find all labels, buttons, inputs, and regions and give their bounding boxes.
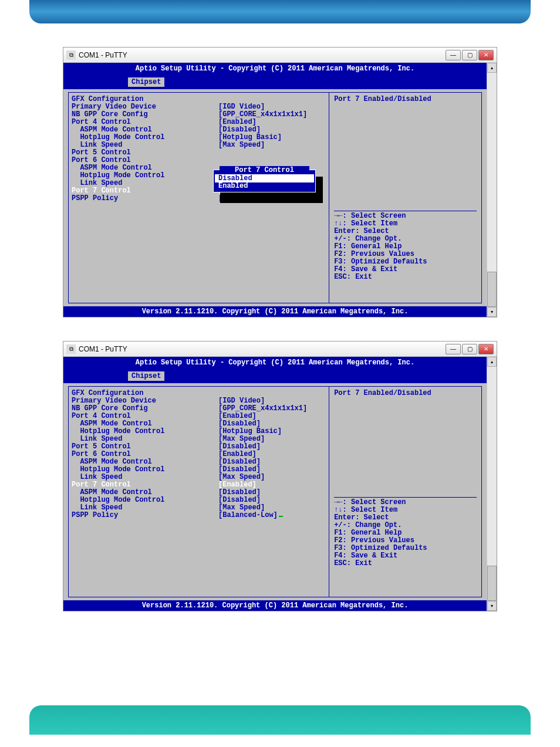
cursor-icon [279, 516, 283, 517]
putty-icon: ⧉ [66, 50, 76, 60]
putty-window-1: ⧉ COM1 - PuTTY — ▢ ✕ Aptio Setup Utility… [63, 47, 497, 317]
scroll-up-icon[interactable]: ▴ [487, 63, 497, 73]
popup-title: Port 7 Control [220, 166, 309, 174]
tab-chipset[interactable]: Chipset [128, 371, 164, 381]
scroll-down-icon[interactable]: ▾ [487, 601, 497, 611]
bios-tabs: Chipset [63, 369, 487, 383]
bios-footer: Version 2.11.1210. Copyright (C) 2011 Am… [63, 600, 487, 611]
help-title: Port 7 Enabled/Disabled [334, 96, 477, 103]
maximize-button[interactable]: ▢ [462, 50, 477, 60]
scrollbar[interactable]: ▴ ▾ [487, 357, 497, 611]
help-line: ESC: Exit [334, 560, 477, 567]
help-divider [334, 497, 477, 498]
bios-tabs: Chipset [63, 75, 487, 89]
terminal-body: Aptio Setup Utility - Copyright (C) 2011… [63, 63, 497, 317]
window-title: COM1 - PuTTY [79, 51, 446, 59]
window-controls: — ▢ ✕ [446, 344, 494, 354]
setting-label[interactable]: PSPP Policy [72, 195, 218, 202]
help-title: Port 7 Enabled/Disabled [334, 390, 477, 397]
setting-value[interactable]: [Balanced-Low] [218, 512, 283, 519]
putty-window-2: ⧉ COM1 - PuTTY — ▢ ✕ Aptio Setup Utility… [63, 341, 497, 611]
bios-help-pane: Port 7 Enabled/Disabled →←: Select Scree… [329, 92, 482, 303]
putty-icon: ⧉ [66, 344, 76, 354]
bios-header: Aptio Setup Utility - Copyright (C) 2011… [63, 357, 487, 369]
scroll-track[interactable] [487, 73, 497, 307]
popup-port7-control[interactable]: Port 7 Control DisabledEnabled [213, 170, 316, 192]
scroll-track[interactable] [487, 367, 497, 601]
window-title: COM1 - PuTTY [79, 345, 446, 353]
bios-main: GFX ConfigurationPrimary Video Device[IG… [63, 89, 487, 306]
popup-option[interactable]: Disabled [215, 174, 314, 182]
minimize-button[interactable]: — [446, 344, 461, 354]
titlebar[interactable]: ⧉ COM1 - PuTTY — ▢ ✕ [63, 342, 497, 357]
scroll-thumb[interactable] [487, 272, 497, 307]
popup-option[interactable]: Enabled [214, 182, 315, 190]
minimize-button[interactable]: — [446, 50, 461, 60]
scroll-up-icon[interactable]: ▴ [487, 357, 497, 367]
close-button[interactable]: ✕ [478, 344, 494, 354]
scrollbar[interactable]: ▴ ▾ [487, 63, 497, 317]
terminal-body: Aptio Setup Utility - Copyright (C) 2011… [63, 357, 497, 611]
close-button[interactable]: ✕ [478, 50, 494, 60]
setting-value[interactable]: [Max Speed] [218, 141, 265, 149]
bios-footer: Version 2.11.1210. Copyright (C) 2011 Am… [63, 306, 487, 317]
maximize-button[interactable]: ▢ [462, 344, 477, 354]
popup-box: Port 7 Control DisabledEnabled [213, 170, 316, 192]
terminal-content[interactable]: Aptio Setup Utility - Copyright (C) 2011… [63, 357, 487, 611]
top-banner [29, 0, 531, 23]
terminal-content[interactable]: Aptio Setup Utility - Copyright (C) 2011… [63, 63, 487, 317]
setting-label[interactable]: PSPP Policy [72, 512, 218, 519]
bios-main: GFX ConfigurationPrimary Video Device[IG… [63, 383, 487, 600]
bios-help-pane: Port 7 Enabled/Disabled →←: Select Scree… [329, 386, 482, 597]
scroll-down-icon[interactable]: ▾ [487, 307, 497, 317]
help-divider [334, 211, 477, 211]
help-line: ESC: Exit [334, 273, 477, 281]
tab-chipset[interactable]: Chipset [128, 77, 164, 87]
scroll-thumb[interactable] [487, 566, 497, 601]
bios-settings-pane[interactable]: GFX ConfigurationPrimary Video Device[IG… [68, 386, 329, 597]
window-controls: — ▢ ✕ [446, 50, 494, 60]
bottom-banner [29, 705, 531, 735]
titlebar[interactable]: ⧉ COM1 - PuTTY — ▢ ✕ [63, 48, 497, 63]
bios-header: Aptio Setup Utility - Copyright (C) 2011… [63, 63, 487, 75]
